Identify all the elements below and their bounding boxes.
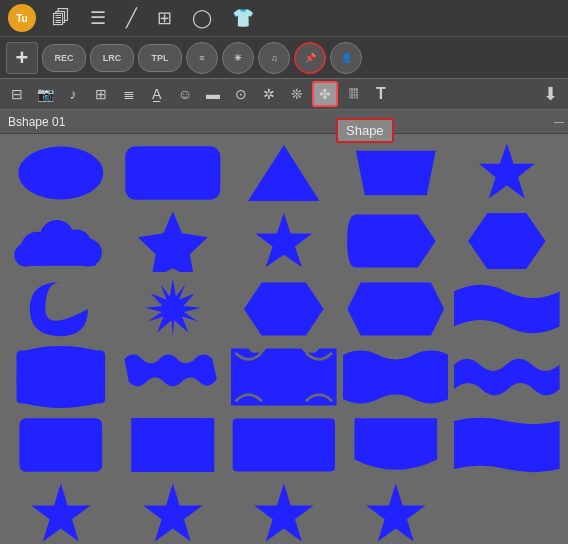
bars-icon[interactable]: 𝄜 bbox=[340, 81, 366, 107]
columns-icon[interactable]: ⊞ bbox=[88, 81, 114, 107]
shape-banner-fancy[interactable] bbox=[343, 346, 449, 408]
shape-fancy-rect[interactable] bbox=[8, 346, 114, 408]
dots-icon[interactable]: ⊙ bbox=[228, 81, 254, 107]
shape-star5c[interactable] bbox=[231, 482, 337, 544]
shape-hexagon[interactable] bbox=[454, 210, 560, 272]
shape-ellipse[interactable] bbox=[8, 142, 114, 204]
rows-icon[interactable]: ≣ bbox=[116, 81, 142, 107]
shape-large-banner[interactable] bbox=[454, 414, 560, 476]
tpl-button[interactable]: TPL bbox=[138, 44, 182, 72]
shape-label-tag[interactable] bbox=[343, 210, 449, 272]
svg-rect-1 bbox=[125, 146, 220, 200]
shape-star5a[interactable] bbox=[8, 482, 114, 544]
svg-marker-21 bbox=[254, 483, 314, 541]
shape-star5b[interactable] bbox=[120, 482, 226, 544]
panel-title: Bshape 01 bbox=[8, 115, 65, 129]
grid-icon[interactable]: ⊞ bbox=[153, 5, 176, 31]
svg-rect-15 bbox=[17, 350, 106, 403]
shape-trapezoid[interactable] bbox=[343, 142, 449, 204]
svg-marker-2 bbox=[248, 145, 319, 201]
shape-star5d[interactable] bbox=[343, 482, 449, 544]
list-icon[interactable]: ☰ bbox=[86, 5, 110, 31]
shape-large-rect1[interactable] bbox=[8, 414, 114, 476]
svg-marker-13 bbox=[468, 213, 546, 269]
snowflake-icon[interactable]: ✲ bbox=[256, 81, 282, 107]
svg-point-0 bbox=[18, 146, 103, 199]
svg-marker-4 bbox=[479, 143, 535, 198]
shape-pin-icon[interactable]: ✤ bbox=[312, 81, 338, 107]
shape-tooltip: Shape bbox=[336, 118, 394, 143]
user-button[interactable]: 👤 bbox=[330, 42, 362, 74]
shape-rect-notch[interactable] bbox=[231, 346, 337, 408]
shape-wavy-label[interactable] bbox=[120, 346, 226, 408]
shape-badge-ribbon[interactable] bbox=[120, 210, 226, 272]
shape-diamond-cut[interactable] bbox=[231, 278, 337, 340]
shape-wave-banner[interactable] bbox=[454, 278, 560, 340]
pencil-icon[interactable]: ╱ bbox=[122, 5, 141, 31]
download-icon[interactable]: ⬇ bbox=[537, 81, 564, 107]
grid2-icon[interactable]: ⊟ bbox=[4, 81, 30, 107]
svg-rect-18 bbox=[233, 419, 335, 472]
toolbar3: ⊟ 📷 ♪ ⊞ ≣ A̲ ☺ ▬ ⊙ ✲ ❊ ✤ 𝄜 T ⬇ bbox=[0, 78, 568, 110]
shape-sunburst[interactable] bbox=[120, 278, 226, 340]
svg-rect-16 bbox=[19, 418, 102, 472]
shape-triangle[interactable] bbox=[231, 142, 337, 204]
font-icon[interactable]: A̲ bbox=[144, 81, 170, 107]
shape-starburst[interactable] bbox=[454, 142, 560, 204]
text-icon[interactable]: T bbox=[368, 81, 394, 107]
shape-cloud[interactable] bbox=[8, 210, 114, 272]
shape-star6[interactable] bbox=[231, 210, 337, 272]
minimize-button[interactable]: ─ bbox=[554, 114, 564, 130]
pin-button[interactable]: 📌 bbox=[294, 42, 326, 74]
toolbar2: + REC LRC TPL ≡ ✳ ♫ 📌 👤 bbox=[0, 36, 568, 78]
shape-crescent[interactable] bbox=[8, 278, 114, 340]
svg-marker-11 bbox=[138, 212, 208, 272]
emoji-icon[interactable]: ☺ bbox=[172, 81, 198, 107]
svg-rect-17 bbox=[131, 418, 214, 472]
shape-large-rect2[interactable] bbox=[120, 414, 226, 476]
svg-marker-20 bbox=[143, 483, 203, 541]
battery-icon[interactable]: ▬ bbox=[200, 81, 226, 107]
logo: Tu bbox=[8, 4, 36, 32]
svg-marker-22 bbox=[366, 483, 426, 541]
camera-icon[interactable]: 📷 bbox=[32, 81, 58, 107]
shirt-icon[interactable]: 👕 bbox=[228, 5, 258, 31]
circle-icon[interactable]: ◯ bbox=[188, 5, 216, 31]
page-icon[interactable]: 🗐 bbox=[48, 6, 74, 31]
add-button[interactable]: + bbox=[6, 42, 38, 74]
music-icon[interactable]: ♪ bbox=[60, 81, 86, 107]
shape-large-wide[interactable] bbox=[231, 414, 337, 476]
asterisk2-icon[interactable]: ❊ bbox=[284, 81, 310, 107]
shape-badge-wide[interactable] bbox=[343, 278, 449, 340]
svg-marker-14 bbox=[144, 279, 200, 337]
svg-marker-12 bbox=[255, 213, 312, 267]
top-bar: Tu 🗐 ☰ ╱ ⊞ ◯ 👕 bbox=[0, 0, 568, 36]
svg-marker-19 bbox=[31, 483, 91, 541]
list-button[interactable]: ≡ bbox=[186, 42, 218, 74]
shape-wavy-wide[interactable] bbox=[454, 346, 560, 408]
rec-button[interactable]: REC bbox=[42, 44, 86, 72]
asterisk-button[interactable]: ✳ bbox=[222, 42, 254, 74]
music-button[interactable]: ♫ bbox=[258, 42, 290, 74]
shape-rounded-rect[interactable] bbox=[120, 142, 226, 204]
lrc-button[interactable]: LRC bbox=[90, 44, 134, 72]
shape-large-shield[interactable] bbox=[343, 414, 449, 476]
title-bar: Bshape 01 ─ Shape bbox=[0, 110, 568, 134]
svg-rect-10 bbox=[26, 250, 96, 265]
shape-grid bbox=[0, 134, 568, 544]
svg-marker-3 bbox=[356, 151, 436, 195]
